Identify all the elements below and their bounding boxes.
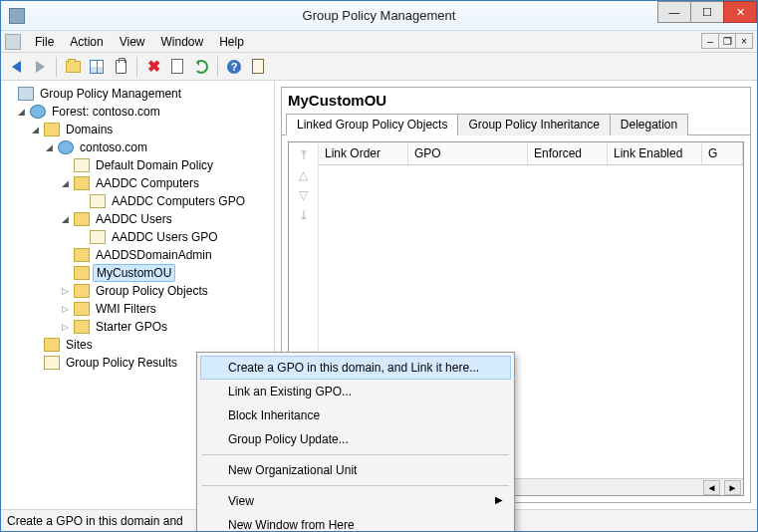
expander-icon[interactable] — [59, 286, 71, 296]
expander-icon[interactable] — [29, 125, 41, 134]
clipboard-button[interactable] — [110, 56, 131, 78]
menu-help[interactable]: Help — [211, 33, 252, 51]
ctx-new-ou[interactable]: New Organizational Unit — [200, 458, 511, 482]
toolbar: ✖ ? — [1, 53, 757, 81]
ou-icon — [74, 248, 90, 262]
col-link-enabled[interactable]: Link Enabled — [608, 142, 702, 164]
menu-action[interactable]: Action — [62, 33, 111, 51]
domain-icon — [58, 140, 74, 154]
forest-icon — [30, 105, 46, 119]
expander-icon[interactable] — [59, 178, 71, 188]
expander-icon[interactable] — [59, 214, 71, 224]
mdi-restore-button[interactable]: ❐ — [718, 33, 736, 49]
menu-file[interactable]: File — [27, 33, 62, 51]
separator — [136, 57, 137, 77]
tree-domain[interactable]: contoso.com — [77, 139, 150, 155]
forward-button[interactable] — [29, 56, 51, 78]
tab-inheritance[interactable]: Group Policy Inheritance — [457, 114, 610, 135]
context-menu: Create a GPO in this domain, and Link it… — [196, 352, 515, 532]
close-button[interactable]: ✕ — [723, 1, 757, 23]
results-icon — [44, 356, 60, 370]
tree-forest[interactable]: Forest: contoso.com — [49, 104, 163, 120]
ctx-gp-update[interactable]: Group Policy Update... — [200, 427, 511, 451]
separator — [56, 57, 57, 77]
tree-ddp[interactable]: Default Domain Policy — [93, 157, 216, 173]
move-bottom-icon[interactable]: ⤓ — [299, 208, 309, 222]
submenu-arrow-icon: ▶ — [495, 494, 503, 505]
expander-icon[interactable] — [43, 142, 55, 152]
menu-view[interactable]: View — [112, 33, 153, 51]
properties-button[interactable] — [166, 56, 188, 78]
tree-aadds-admin[interactable]: AADDSDomainAdmin — [93, 247, 215, 263]
tree-aaddc-users-gpo[interactable]: AADDC Users GPO — [109, 229, 221, 245]
mmc-icon — [5, 34, 21, 50]
folder-icon — [74, 302, 90, 316]
show-tree-button[interactable] — [86, 56, 108, 78]
ctx-link-existing[interactable]: Link an Existing GPO... — [200, 380, 511, 403]
title-bar: Group Policy Management — ☐ ✕ — [1, 1, 757, 31]
ou-icon — [74, 176, 90, 190]
tab-delegation[interactable]: Delegation — [610, 114, 688, 135]
col-gpo[interactable]: GPO — [408, 142, 528, 164]
help-button[interactable]: ? — [223, 56, 245, 78]
tree-aaddc-users[interactable]: AADDC Users — [93, 211, 175, 227]
tab-strip: Linked Group Policy Objects Group Policy… — [282, 113, 750, 135]
expander-icon[interactable] — [59, 322, 71, 332]
up-folder-button[interactable] — [62, 56, 84, 78]
maximize-button[interactable]: ☐ — [690, 1, 724, 23]
refresh-button[interactable] — [190, 56, 212, 78]
separator — [202, 454, 509, 455]
move-up-icon[interactable]: △ — [299, 168, 308, 182]
scroll-right-icon[interactable]: ► — [724, 480, 741, 495]
move-down-icon[interactable]: ▽ — [299, 188, 308, 202]
tree-aaddc-computers[interactable]: AADDC Computers — [93, 175, 202, 191]
tree-results[interactable]: Group Policy Results — [63, 355, 180, 371]
gpo-icon — [74, 158, 90, 172]
tree-root[interactable]: Group Policy Management — [37, 86, 184, 102]
separator — [202, 485, 509, 486]
mdi-minimize-button[interactable]: – — [701, 33, 719, 49]
menu-bar: File Action View Window Help – ❐ × — [1, 31, 757, 53]
tree-wmi[interactable]: WMI Filters — [93, 301, 159, 317]
col-gpo-status[interactable]: G — [702, 142, 743, 164]
document-button[interactable] — [247, 56, 269, 78]
ctx-new-window[interactable]: New Window from Here — [200, 513, 511, 532]
delete-button[interactable]: ✖ — [142, 56, 164, 78]
tree-aaddc-computers-gpo[interactable]: AADDC Computers GPO — [109, 193, 248, 209]
ctx-block-inheritance[interactable]: Block Inheritance — [200, 403, 511, 427]
ctx-create-gpo[interactable]: Create a GPO in this domain, and Link it… — [200, 356, 511, 380]
tree-starter[interactable]: Starter GPOs — [93, 319, 170, 335]
col-link-order[interactable]: Link Order — [319, 142, 408, 164]
back-button[interactable] — [5, 56, 27, 78]
folder-icon — [44, 123, 60, 136]
col-enforced[interactable]: Enforced — [528, 142, 608, 164]
tree-sites[interactable]: Sites — [63, 337, 96, 353]
expander-icon[interactable] — [59, 304, 71, 314]
folder-icon — [74, 284, 90, 298]
separator — [217, 57, 218, 77]
gpo-icon — [90, 230, 106, 244]
menu-window[interactable]: Window — [153, 33, 212, 51]
column-headers: Link Order GPO Enforced Link Enabled G — [319, 142, 743, 165]
ctx-view[interactable]: View▶ — [200, 489, 511, 513]
pane-title: MyCustomOU — [282, 88, 750, 113]
ou-icon — [74, 212, 90, 226]
minimize-button[interactable]: — — [657, 1, 691, 23]
scroll-left-icon[interactable]: ◄ — [703, 480, 720, 495]
expander-icon[interactable] — [15, 107, 27, 117]
status-text: Create a GPO in this domain and — [7, 514, 183, 528]
tree-domains[interactable]: Domains — [63, 122, 116, 137]
window-title: Group Policy Management — [1, 8, 757, 23]
tree-mycustomou[interactable]: MyCustomOU — [93, 264, 175, 282]
gpm-root-icon — [18, 87, 34, 101]
ou-icon — [74, 266, 90, 280]
folder-icon — [74, 320, 90, 334]
move-top-icon[interactable]: ⤒ — [299, 148, 309, 162]
gpo-icon — [90, 194, 106, 208]
tree-gpo-objects[interactable]: Group Policy Objects — [93, 283, 211, 299]
tab-linked-gpo[interactable]: Linked Group Policy Objects — [286, 114, 458, 135]
folder-icon — [44, 338, 60, 352]
mdi-close-button[interactable]: × — [735, 33, 753, 49]
